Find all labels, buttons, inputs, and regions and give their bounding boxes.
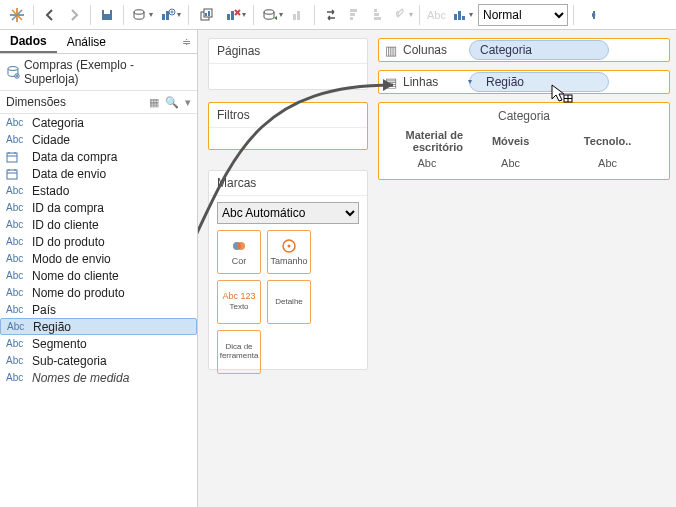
view-grid-icon[interactable]: ▦	[149, 96, 159, 109]
svg-rect-29	[454, 14, 457, 20]
tab-data[interactable]: Dados	[0, 30, 57, 53]
field-sub-categoria[interactable]: AbcSub-categoria	[0, 352, 197, 369]
back-icon[interactable]	[39, 4, 61, 26]
field-label: Categoria	[32, 116, 84, 130]
mark-color[interactable]: Cor	[217, 230, 261, 274]
svg-rect-25	[350, 9, 357, 12]
filters-shelf[interactable]: Filtros	[208, 102, 368, 150]
svg-rect-31	[462, 16, 465, 20]
svg-rect-16	[227, 14, 230, 20]
run-update-icon[interactable]	[287, 4, 309, 26]
field-estado[interactable]: AbcEstado	[0, 182, 197, 199]
save-icon[interactable]	[96, 4, 118, 26]
field-label: Segmento	[32, 337, 87, 351]
clear-sheet-icon[interactable]: ▾	[222, 4, 248, 26]
autoupdate-icon[interactable]: ▾	[259, 4, 285, 26]
svg-rect-17	[231, 11, 234, 20]
mark-size-label: Tamanho	[270, 256, 307, 266]
field-label: Nome do cliente	[32, 269, 119, 283]
field-nome-do-produto[interactable]: AbcNome do produto	[0, 284, 197, 301]
forward-icon[interactable]	[63, 4, 85, 26]
new-worksheet-icon[interactable]: ▾	[157, 4, 183, 26]
field-modo-de-envio[interactable]: AbcModo de envio	[0, 250, 197, 267]
field-id-do-cliente[interactable]: AbcID do cliente	[0, 216, 197, 233]
abc-icon: Abc	[6, 304, 26, 315]
field-regi-o[interactable]: AbcRegião	[0, 318, 197, 335]
dimensions-header: Dimensões ▦ 🔍 ▾	[0, 91, 197, 114]
abc-icon: Abc	[6, 253, 26, 264]
abc-icon: Abc	[6, 202, 26, 213]
svg-point-33	[8, 67, 18, 71]
rows-shelf[interactable]: ▤ Linhas ▾Região	[378, 70, 670, 94]
columns-icon: ▥	[385, 43, 397, 58]
worksheet-canvas: Páginas Filtros Marcas Abc Automático Co…	[198, 30, 676, 507]
abc-icon: Abc	[6, 355, 26, 366]
mark-text-label: Texto	[229, 303, 248, 312]
marks-title: Marcas	[209, 171, 367, 196]
field-data-de-envio[interactable]: Data de envio	[0, 165, 197, 182]
labels-icon[interactable]: Abc	[425, 4, 448, 26]
pin-icon[interactable]	[579, 4, 601, 26]
mark-tooltip[interactable]: Dica de ferramenta	[217, 330, 261, 374]
svg-rect-26	[374, 9, 377, 12]
duplicate-sheet-icon[interactable]	[194, 4, 220, 26]
sort-desc-icon[interactable]	[368, 4, 390, 26]
crosstab-ph-2: Abc	[554, 155, 661, 171]
field-id-da-compra[interactable]: AbcID da compra	[0, 199, 197, 216]
abc-icon: Abc	[6, 117, 26, 128]
pages-shelf[interactable]: Páginas	[208, 38, 368, 90]
svg-rect-30	[458, 11, 461, 20]
field-segmento[interactable]: AbcSegmento	[0, 335, 197, 352]
svg-rect-14	[205, 13, 207, 16]
abc-icon: Abc	[6, 185, 26, 196]
calendar-icon	[6, 167, 26, 179]
abc-icon: Abc	[6, 219, 26, 230]
view-preview: Categoria Material de escritório Móveis …	[378, 102, 670, 180]
columns-label: Colunas	[403, 43, 463, 57]
data-pane: Dados Análise ≑ Compras (Exemplo - Super…	[0, 30, 198, 507]
mark-color-label: Cor	[232, 256, 247, 266]
field-label: Cidade	[32, 133, 70, 147]
datasource-icon	[6, 65, 20, 79]
marks-type-select[interactable]: Abc Automático	[217, 202, 359, 224]
fit-select[interactable]: Normal	[478, 4, 568, 26]
field-label: Modo de envio	[32, 252, 111, 266]
field-pa-s[interactable]: AbcPaís	[0, 301, 197, 318]
svg-point-46	[288, 245, 291, 248]
abc-icon: Abc	[6, 287, 26, 298]
tab-analysis[interactable]: Análise ≑	[57, 30, 197, 53]
abc-icon: Abc	[7, 321, 27, 332]
svg-rect-27	[374, 13, 379, 16]
columns-pill-categoria[interactable]: Categoria	[469, 40, 609, 60]
datasource-row[interactable]: Compras (Exemplo - Superloja)	[0, 54, 197, 91]
field-data-da-compra[interactable]: Data da compra	[0, 148, 197, 165]
svg-rect-47	[564, 95, 572, 102]
abc-icon: Abc	[6, 338, 26, 349]
field-nome-do-cliente[interactable]: AbcNome do cliente	[0, 267, 197, 284]
new-datasource-icon[interactable]: ▾	[129, 4, 155, 26]
field-categoria[interactable]: AbcCategoria	[0, 114, 197, 131]
calendar-icon	[6, 150, 26, 162]
crosstab-h2: Tecnolo..	[554, 127, 661, 155]
rows-pill-regiao[interactable]: ▾Região	[469, 72, 609, 92]
columns-shelf[interactable]: ▥ Colunas Categoria	[378, 38, 670, 62]
field-label: Estado	[32, 184, 69, 198]
attach-icon[interactable]: ▾	[392, 4, 414, 26]
field-cidade[interactable]: AbcCidade	[0, 131, 197, 148]
sort-asc-icon[interactable]	[344, 4, 366, 26]
search-icon[interactable]: 🔍	[165, 96, 179, 109]
menu-icon[interactable]: ▾	[185, 96, 191, 109]
field-label: ID do produto	[32, 235, 105, 249]
crosstab-h1: Móveis	[467, 127, 554, 155]
fit-icon[interactable]: ▾	[450, 4, 476, 26]
tableau-logo-icon[interactable]	[6, 4, 28, 26]
gear-icon[interactable]: ≑	[182, 36, 191, 49]
field-id-do-produto[interactable]: AbcID do produto	[0, 233, 197, 250]
abc-icon: Abc	[6, 270, 26, 281]
field-nomes-de-medida[interactable]: AbcNomes de medida	[0, 369, 197, 386]
swap-icon[interactable]	[320, 4, 342, 26]
crosstab-corner: Material de escritório	[387, 127, 467, 155]
mark-detail[interactable]: Detalhe	[267, 280, 311, 324]
mark-text[interactable]: Abc 123 Texto	[217, 280, 261, 324]
mark-size[interactable]: Tamanho	[267, 230, 311, 274]
